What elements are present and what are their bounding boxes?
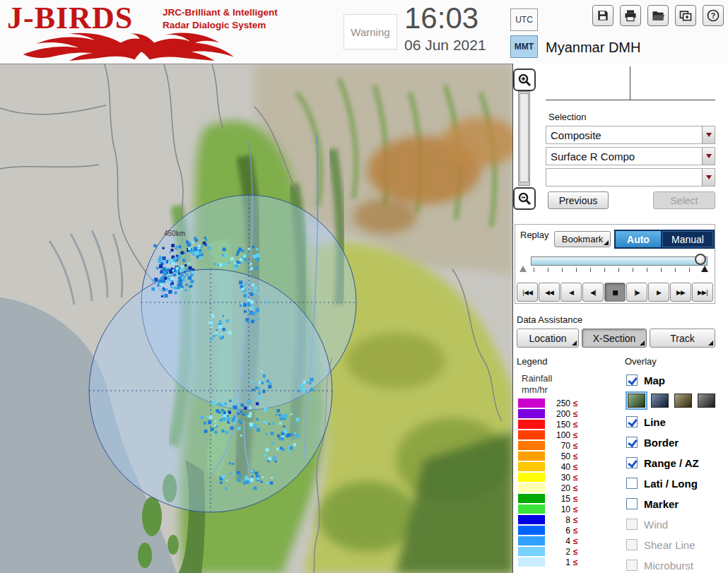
extra-dropdown[interactable]	[546, 168, 715, 187]
checkbox[interactable]	[626, 478, 638, 489]
timeline-end-marker	[701, 266, 708, 272]
legend-color-swatch	[518, 557, 545, 567]
leq-symbol: ≤	[573, 409, 578, 419]
overlay-item-microburst: Microburst	[626, 557, 725, 573]
rainfall-legend: 250≤200≤150≤100≤70≤50≤40≤30≤20≤15≤10≤8≤6…	[518, 398, 610, 567]
checkbox[interactable]	[626, 457, 638, 468]
overlay-item-border[interactable]: Border	[626, 435, 725, 450]
magnifier-plus-icon	[517, 73, 532, 88]
fast-rewind-button[interactable]: ◀◀	[539, 283, 560, 302]
range-ring-label: 450km	[164, 230, 185, 237]
leq-symbol: ≤	[573, 504, 578, 514]
overlay-item-line[interactable]: Line	[626, 414, 725, 430]
map-style-swatch-2[interactable]	[674, 394, 692, 408]
legend-row: 30≤	[518, 472, 610, 483]
legend-unit-title: Rainfall	[522, 373, 552, 384]
manual-mode-button[interactable]: Manual	[662, 231, 713, 247]
play-reverse-button[interactable]: ◀	[560, 283, 582, 302]
utc-button[interactable]: UTC	[510, 8, 538, 31]
track-button[interactable]: Track	[650, 329, 715, 348]
stop-button[interactable]: ■	[604, 283, 626, 302]
timeline-tick	[562, 268, 563, 272]
legend-row: 40≤	[518, 461, 610, 472]
step-back-button[interactable]: ◀|	[582, 283, 604, 302]
legend-value: 40	[551, 462, 570, 472]
legend-value: 20	[551, 483, 570, 493]
checkbox	[626, 560, 638, 571]
play-button[interactable]: ▶	[648, 283, 669, 302]
zoom-in-button[interactable]	[513, 69, 536, 91]
auto-mode-button[interactable]: Auto	[616, 231, 661, 247]
legend-row: 1≤	[518, 557, 610, 567]
replay-section-label: Replay	[520, 230, 548, 240]
save-button[interactable]	[592, 5, 613, 26]
location-button[interactable]: Location	[517, 329, 579, 348]
leq-symbol: ≤	[573, 430, 578, 440]
overlay-section-label: Overlay	[625, 356, 657, 367]
chevron-down-icon[interactable]	[702, 126, 715, 143]
overlay-item-map[interactable]: Map	[626, 372, 725, 388]
app-logo-title: J-BIRDS	[7, 0, 133, 36]
timeline-thumb[interactable]	[695, 254, 706, 265]
previous-button[interactable]: Previous	[548, 191, 609, 209]
map-viewport[interactable]: 450km	[0, 64, 513, 573]
composite-dropdown[interactable]: Composite	[546, 126, 715, 144]
bookmark-button[interactable]: Bookmark	[554, 231, 611, 247]
fast-forward-button[interactable]: ▶▶	[670, 283, 691, 302]
radar-range-circle-south	[89, 269, 332, 512]
checkbox[interactable]	[626, 416, 638, 427]
map-style-swatch-3[interactable]	[698, 394, 715, 408]
overlay-item-lati-long[interactable]: Lati / Long	[626, 475, 725, 491]
overlay-item-range-az[interactable]: Range / AZ	[626, 455, 725, 471]
legend-value: 2	[551, 547, 570, 557]
legend-row: 100≤	[518, 430, 610, 440]
map-style-swatches	[628, 393, 725, 408]
timeline-tick	[661, 268, 662, 272]
zoom-slider-thumb[interactable]	[519, 93, 529, 182]
map-style-swatch-0[interactable]	[628, 394, 645, 408]
leq-symbol: ≤	[573, 462, 578, 472]
chevron-down-icon[interactable]	[702, 169, 715, 186]
legend-value: 200	[551, 409, 570, 419]
overlay-item-label: Border	[644, 437, 679, 449]
checkbox[interactable]	[626, 498, 638, 509]
add-window-button[interactable]	[675, 5, 696, 26]
skip-to-end-button[interactable]: ▶▶|	[692, 283, 713, 302]
timeline-tick	[633, 268, 633, 272]
checkbox	[626, 539, 638, 550]
legend-row: 15≤	[518, 493, 610, 504]
product-list-box[interactable]	[546, 66, 715, 100]
overlay-item-wind: Wind	[626, 516, 725, 532]
step-forward-button[interactable]: |▶	[626, 283, 647, 302]
legend-row: 150≤	[518, 419, 610, 430]
leq-symbol: ≤	[573, 515, 578, 525]
timeline-track[interactable]	[531, 256, 708, 266]
legend-value: 70	[551, 441, 570, 451]
map-style-swatch-1[interactable]	[651, 394, 669, 408]
overlay-item-marker[interactable]: Marker	[626, 496, 725, 512]
product-dropdown[interactable]: Surface R Compo	[546, 147, 715, 165]
legend-color-swatch	[518, 420, 545, 429]
legend-row: 200≤	[518, 408, 610, 419]
legend-row: 2≤	[518, 546, 610, 557]
skip-to-start-button[interactable]: |◀◀	[517, 283, 538, 302]
legend-section-label: Legend	[517, 356, 547, 367]
print-icon	[623, 8, 638, 23]
timeline-tick	[576, 268, 577, 272]
help-button[interactable]: ?	[703, 5, 724, 26]
zoom-out-button[interactable]	[513, 187, 536, 210]
chevron-down-icon[interactable]	[702, 148, 715, 165]
legend-row: 250≤	[518, 398, 610, 408]
checkbox[interactable]	[626, 374, 638, 386]
print-button[interactable]	[620, 5, 641, 26]
mmt-button[interactable]: MMT	[510, 35, 538, 58]
zoom-slider[interactable]	[518, 91, 530, 186]
header: J-BIRDS JRC-Brilliant & Intelligent Rada…	[0, 0, 728, 64]
legend-value: 50	[551, 451, 570, 461]
warning-button[interactable]: Warning	[344, 14, 397, 49]
legend-color-swatch	[518, 494, 545, 503]
x-section-button[interactable]: X-Section	[582, 329, 647, 348]
checkbox[interactable]	[626, 437, 638, 448]
open-file-button[interactable]	[647, 5, 669, 26]
overlay-item-label: Marker	[644, 498, 679, 510]
